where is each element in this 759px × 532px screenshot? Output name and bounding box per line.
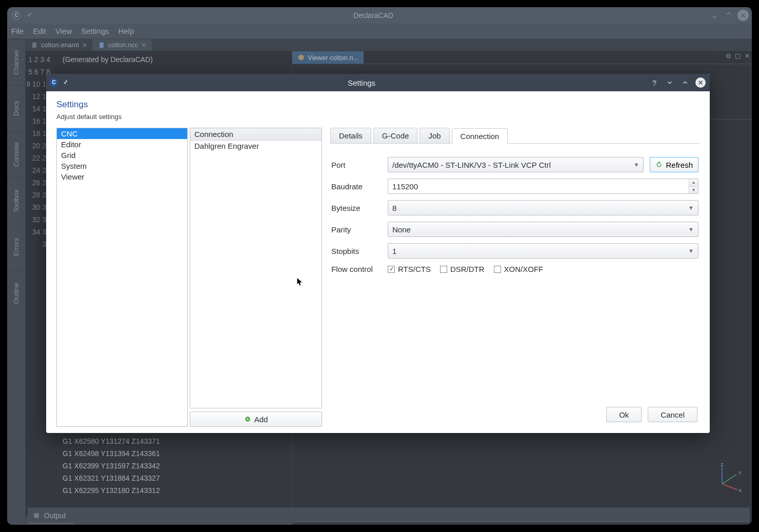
svg-text:X: X [738,488,742,493]
svg-rect-2 [32,42,36,48]
category-cnc[interactable]: CNC [57,128,187,139]
menu-help[interactable]: Help [118,27,134,35]
dock-tab-docs[interactable]: Docs [7,85,25,131]
caret-icon: ▼ [685,205,694,211]
dock-tab-outline[interactable]: Outline [7,270,25,316]
viewer-min-icon[interactable]: ▢ [735,52,741,60]
settings-dialog: C Settings ? Settings Adjust default set… [46,74,710,433]
viewer-close-icon[interactable]: ✕ [745,52,750,60]
parity-select[interactable]: None ▼ [388,222,698,237]
add-button[interactable]: Add [190,411,322,427]
editor-tabrow: colton.enaml ✕ colton.ncc ✕ [26,39,752,51]
side-dock: Channel Docs Console Toolbox Errors Outl… [7,39,26,525]
bytesize-select[interactable]: 8 ▼ [388,200,698,215]
maximize-icon[interactable] [723,10,734,21]
menu-view[interactable]: View [55,27,72,35]
settings-heading: Settings [56,100,700,110]
minimize-icon[interactable] [709,10,720,21]
file-icon [98,42,105,49]
category-viewer[interactable]: Viewer [57,171,187,182]
dsrdtr-checkbox[interactable]: DSR/DTR [440,265,485,273]
caret-icon: ▼ [685,248,694,254]
close-icon[interactable] [695,77,706,88]
dock-tab-channel[interactable]: Channel [7,39,25,85]
ok-button[interactable]: Ok [606,407,642,422]
settings-subtitle: Adjust default settings [56,113,700,121]
dialog-titlebar[interactable]: C Settings ? [46,74,710,91]
bottom-output-tab[interactable]: Output [28,507,750,523]
svg-line-6 [722,475,736,484]
menu-edit[interactable]: Edit [33,27,46,35]
viewer-detach-icon[interactable]: ⧉ [726,52,731,60]
svg-rect-3 [99,42,104,48]
main-titlebar: C DeclaraCAD [7,7,752,24]
parity-label: Parity [331,225,388,234]
baud-label: Baudrate [331,182,388,191]
refresh-icon [655,161,663,168]
help-icon[interactable]: ? [649,77,660,88]
port-label: Port [331,161,388,169]
menu-settings[interactable]: Settings [81,27,109,35]
app-icon: C [7,10,26,21]
collapse-icon[interactable] [665,77,675,88]
menubar: File Edit View Settings Help [7,24,752,39]
cursor-icon [296,277,304,287]
viewer-window-controls: ⧉ ▢ ✕ [726,52,750,60]
spin-up-icon[interactable]: ▲ [689,179,698,187]
app-icon: C [46,77,62,88]
cube-icon [297,54,305,61]
close-tab-icon[interactable]: ✕ [141,42,146,49]
svg-text:C: C [52,80,55,85]
rtscts-checkbox[interactable]: ✓RTS/CTS [388,265,431,273]
category-list[interactable]: CNC Editor Grid System Viewer [56,128,188,427]
window-title: DeclaraCAD [38,11,709,19]
baudrate-input[interactable]: 115200 ▲▼ [388,179,698,194]
stopbits-select[interactable]: 1 ▼ [388,243,698,259]
svg-text:Z: Z [721,463,724,467]
tab-job[interactable]: Job [420,128,449,143]
sub-item-dahlgren[interactable]: Dahlgren Engraver [190,141,322,151]
menu-file[interactable]: File [11,27,24,35]
spin-down-icon[interactable]: ▼ [689,187,698,194]
tab-gcode[interactable]: G-Code [373,128,418,143]
svg-rect-10 [34,513,38,518]
svg-text:Y: Y [738,470,742,476]
form-tabs: Details G-Code Job Connection [330,128,700,144]
pin-icon[interactable] [62,78,74,87]
dialog-title: Settings [74,78,649,87]
plus-icon [244,416,251,423]
xonxoff-checkbox[interactable]: XON/XOFF [494,265,544,273]
svg-line-5 [722,484,737,490]
flow-label: Flow control [331,265,388,273]
dock-tab-toolbox[interactable]: Toolbox [7,178,25,224]
sub-list[interactable]: Connection Dahlgren Engraver [190,128,322,408]
dock-tab-errors[interactable]: Errors [7,224,25,270]
bytesize-label: Bytesize [331,204,388,212]
category-grid[interactable]: Grid [57,150,187,161]
svg-text:C: C [14,12,18,18]
output-icon [33,512,40,519]
file-icon [31,42,38,49]
caret-icon: ▼ [631,162,640,168]
axis-widget[interactable]: Z Y X [711,463,742,494]
port-select[interactable]: /dev/ttyACM0 - ST-LINK/V3 - ST-Link VCP … [388,157,644,172]
stopbits-label: Stopbits [331,247,388,255]
refresh-button[interactable]: Refresh [650,157,698,172]
tab-details[interactable]: Details [330,128,371,143]
caret-icon: ▼ [685,226,694,232]
pin-icon[interactable] [26,11,38,20]
cancel-button[interactable]: Cancel [648,407,697,422]
file-tab-ncc[interactable]: colton.ncc ✕ [93,39,152,51]
viewer-tab[interactable]: Viewer colton.n... [292,51,364,64]
tab-connection[interactable]: Connection [452,128,508,144]
close-tab-icon[interactable]: ✕ [82,42,87,49]
sub-list-header: Connection [190,128,322,141]
category-editor[interactable]: Editor [57,139,187,150]
dock-tab-console[interactable]: Console [7,131,25,178]
expand-icon[interactable] [680,77,690,88]
close-icon[interactable] [737,10,749,21]
category-system[interactable]: System [57,161,187,171]
file-tab-enaml[interactable]: colton.enaml ✕ [26,39,93,51]
